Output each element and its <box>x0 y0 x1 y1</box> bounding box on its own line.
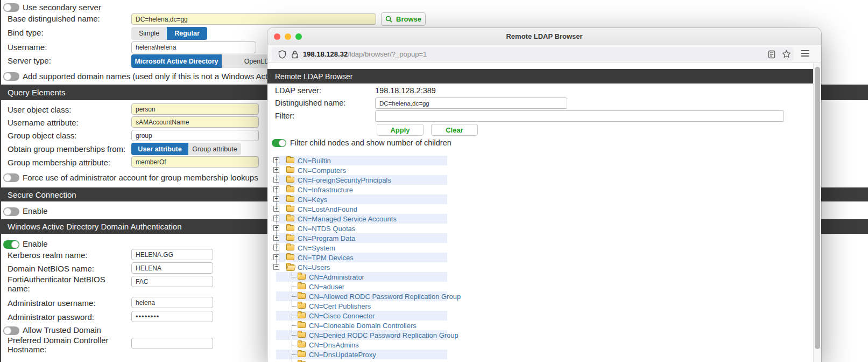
tree-node-label[interactable]: CN=Computers <box>298 166 346 175</box>
tree-row[interactable]: CN=DnsAdmins <box>272 340 810 350</box>
tree-row[interactable]: +CN=Builtin <box>272 156 810 165</box>
tree-row[interactable]: CN=aduser <box>272 282 810 291</box>
tree-connector <box>292 306 297 307</box>
use-secondary-server-label: Use secondary server <box>23 3 101 12</box>
server-type-msad[interactable]: Microsoft Active Directory <box>131 54 222 68</box>
obtain-group-attribute[interactable]: Group attribute <box>188 143 241 155</box>
fac-netbios-input[interactable] <box>131 276 213 287</box>
tree-row[interactable]: +CN=LostAndFound <box>272 204 810 214</box>
folder-icon <box>298 342 306 347</box>
group-membership-attribute-input[interactable] <box>131 156 259 168</box>
browse-button[interactable]: Browse <box>381 12 426 26</box>
preferred-dc-input[interactable] <box>131 338 213 349</box>
folder-icon <box>298 303 306 309</box>
tree-node-label[interactable]: CN=NTDS Quotas <box>298 225 355 233</box>
toggle-knob <box>11 241 19 248</box>
tree-row[interactable]: CN=DnsUpdateProxy <box>272 350 810 359</box>
add-supported-domains-toggle[interactable] <box>3 72 19 81</box>
secure-connection-enable-label: Enable <box>23 206 48 215</box>
admin-username-input[interactable] <box>131 297 213 308</box>
tree-node-label[interactable]: CN=Builtin <box>298 157 331 165</box>
filter-child-nodes-toggle[interactable] <box>272 139 286 147</box>
tree-row[interactable]: +CN=System <box>272 243 810 253</box>
tree-row[interactable]: CN=Cert Publishers <box>272 301 810 311</box>
window-title: Remote LDAP Browser <box>267 32 821 40</box>
tree-node-label[interactable]: CN=ForeignSecurityPrincipals <box>298 176 391 184</box>
reader-mode-icon[interactable] <box>768 50 775 59</box>
tree-row[interactable]: CN=Domain Admins <box>272 359 810 362</box>
lock-insecure-icon[interactable] <box>291 50 299 59</box>
menu-icon[interactable] <box>801 50 809 58</box>
tree-node-label[interactable]: CN=Allowed RODC Password Replication Gro… <box>309 293 461 301</box>
tree-node-label[interactable]: CN=Keys <box>298 196 327 204</box>
tree-row[interactable]: CN=Denied RODC Password Replication Grou… <box>272 330 810 340</box>
folder-icon <box>286 245 294 250</box>
username-attribute-input[interactable] <box>131 116 259 128</box>
tree-node-label[interactable]: CN=DnsUpdateProxy <box>309 351 376 359</box>
folder-icon <box>298 332 306 338</box>
tree-connector <box>292 277 297 277</box>
tree-node-label[interactable]: CN=Cloneable Domain Controllers <box>309 322 417 330</box>
bind-type-regular[interactable]: Regular <box>167 27 207 40</box>
tree-node-label[interactable]: CN=Cisco Connector <box>309 312 375 320</box>
tracking-protection-shield-icon[interactable] <box>278 50 286 59</box>
filter-input[interactable] <box>375 110 784 122</box>
url-field[interactable]: 198.18.128.32/ldap/browser/?_popup=1 <box>272 47 794 61</box>
tree-node-label[interactable]: CN=Program Data <box>298 234 355 242</box>
obtain-group-memberships-label: Obtain group memberships from: <box>8 144 125 154</box>
tree-node-label[interactable]: CN=LostAndFound <box>298 205 357 213</box>
tree-row[interactable]: CN=Allowed RODC Password Replication Gro… <box>272 291 810 301</box>
tree-node-label[interactable]: CN=Denied RODC Password Replication Grou… <box>309 331 458 339</box>
scrollbar[interactable] <box>813 63 821 362</box>
clear-button[interactable]: Clear <box>431 124 478 136</box>
tree-row[interactable]: +CN=Managed Service Accounts <box>272 214 810 224</box>
tree-node-label[interactable]: CN=Cert Publishers <box>309 302 371 310</box>
tree-row[interactable]: CN=Cloneable Domain Controllers <box>272 321 810 330</box>
apply-button[interactable]: Apply <box>377 124 424 136</box>
user-object-class-input[interactable] <box>131 103 259 115</box>
secure-connection-enable-toggle[interactable] <box>3 207 19 216</box>
group-object-class-input[interactable] <box>131 130 259 141</box>
url-path: /ldap/browser/?_popup=1 <box>348 50 427 58</box>
window-titlebar[interactable]: Remote LDAP Browser <box>267 28 821 45</box>
tree-node-label[interactable]: CN=Managed Service Accounts <box>298 215 397 223</box>
address-text[interactable]: 198.18.128.32/ldap/browser/?_popup=1 <box>303 50 427 58</box>
bind-type-simple[interactable]: Simple <box>131 27 167 40</box>
tree-node-label[interactable]: CN=aduser <box>309 283 344 291</box>
tree-row[interactable]: +CN=NTDS Quotas <box>272 224 810 233</box>
bookmark-star-icon[interactable] <box>782 50 791 59</box>
windows-ad-enable-toggle[interactable] <box>3 240 19 249</box>
scrollbar-thumb[interactable] <box>815 67 820 349</box>
tree-row[interactable]: −CN=Users <box>272 262 810 272</box>
force-admin-lookup-label: Force use of administrator account for g… <box>23 173 258 182</box>
tree-row[interactable]: +CN=Infrastructure <box>272 185 810 194</box>
tree-node-label[interactable]: CN=Administrator <box>309 273 364 281</box>
tree-node-label[interactable]: CN=System <box>298 244 335 252</box>
tree-node-label[interactable]: CN=Infrastructure <box>298 186 353 194</box>
tree-node-label[interactable]: CN=Users <box>298 263 330 272</box>
tree-row[interactable]: CN=Cisco Connector <box>272 311 810 321</box>
kerberos-realm-input[interactable] <box>131 249 213 260</box>
base-dn-input[interactable] <box>131 13 376 25</box>
tree-node-label[interactable]: CN=TPM Devices <box>298 254 354 262</box>
tree-row[interactable]: +CN=Keys <box>272 194 810 204</box>
distinguished-name-input[interactable] <box>375 98 567 109</box>
folder-icon <box>298 293 306 299</box>
tree-row[interactable]: CN=Administrator <box>272 272 810 282</box>
admin-password-label: Administrator password: <box>8 312 94 322</box>
use-secondary-server-toggle[interactable] <box>3 3 19 12</box>
tree-row[interactable]: +CN=Computers <box>272 165 810 175</box>
section-title: Windows Active Directory Domain Authenti… <box>8 222 181 231</box>
admin-password-input[interactable] <box>131 311 213 322</box>
tree-row[interactable]: +CN=ForeignSecurityPrincipals <box>272 175 810 185</box>
domain-netbios-input[interactable] <box>131 262 213 274</box>
force-admin-lookup-toggle[interactable] <box>3 173 19 182</box>
allow-trusted-domain-toggle[interactable] <box>3 326 19 335</box>
tree-row[interactable]: +CN=Program Data <box>272 233 810 243</box>
tree-node-label[interactable]: CN=DnsAdmins <box>309 341 359 349</box>
tree-connector <box>292 354 297 355</box>
domain-netbios-label: Domain NetBIOS name: <box>8 264 94 273</box>
username-input[interactable] <box>131 41 256 53</box>
tree-row[interactable]: +CN=TPM Devices <box>272 253 810 262</box>
obtain-user-attribute[interactable]: User attribute <box>131 143 188 155</box>
